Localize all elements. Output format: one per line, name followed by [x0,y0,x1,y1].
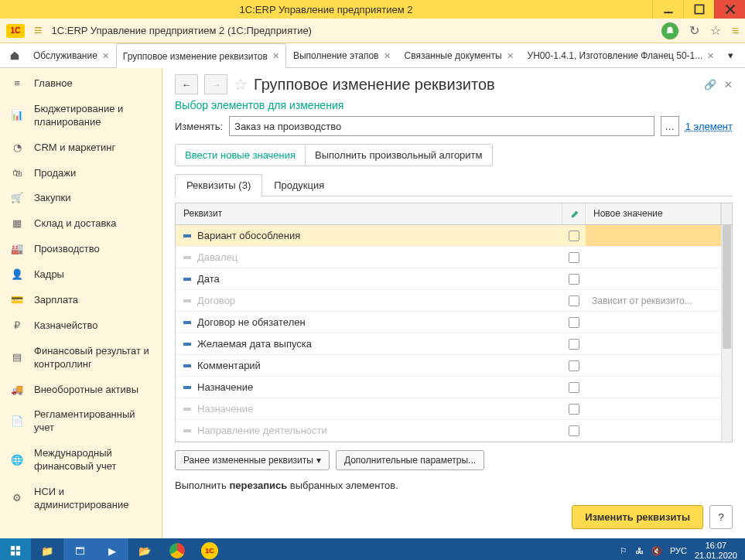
hamburger-icon[interactable]: ≡ [34,22,43,39]
filter-chooser-button[interactable]: … [661,116,679,136]
mode-algorithm-button[interactable]: Выполнить произвольный алгоритм [305,145,491,166]
col-header-edit[interactable] [562,203,586,224]
sidebar-item-11[interactable]: 🚚Внеоборотные активы [0,377,162,403]
table-row[interactable]: Назначение [176,398,721,420]
sidebar-item-13[interactable]: 🌐Международный финансовый учет [0,441,162,480]
sidebar-item-14[interactable]: ⚙НСИ и администрирование [0,480,162,518]
sidebar-item-10[interactable]: ▤Финансовый результат и контроллинг [0,339,162,377]
row-value[interactable] [586,225,721,246]
sidebar-item-9[interactable]: ₽Казначейство [0,313,162,339]
sidebar-item-5[interactable]: ▦Склад и доставка [0,211,162,237]
close-page-icon[interactable]: ✕ [724,79,733,90]
tray-flag-icon[interactable]: ⚐ [620,546,627,556]
tab-3[interactable]: Связанные документы✕ [398,43,521,67]
maximize-button[interactable] [683,0,714,19]
row-checkbox[interactable] [569,404,579,415]
tray-clock[interactable]: 16:07 21.01.2020 [695,541,737,560]
sidebar-item-8[interactable]: 💳Зарплата [0,288,162,313]
sidebar-item-label: Внеоборотные активы [34,384,138,397]
close-button[interactable] [714,0,745,19]
pie-icon: ◔ [11,142,23,154]
row-checkbox[interactable] [569,339,579,350]
sub-tab-requisites[interactable]: Реквизиты (3) [175,174,262,196]
sub-tab-products[interactable]: Продукция [262,174,336,196]
row-bullet-icon [183,429,191,432]
row-checkbox[interactable] [569,360,579,371]
cart-icon: 🛒 [11,193,23,205]
minimize-button[interactable] [652,0,683,19]
table-row[interactable]: Комментарий [176,355,721,377]
task-1c-icon[interactable]: 1C [193,538,226,560]
recent-changes-button[interactable]: Ранее измененные реквизиты▾ [175,450,330,470]
tab-2[interactable]: Выполнение этапов✕ [286,43,398,67]
tab-close-icon[interactable]: ✕ [102,51,109,61]
sidebar-item-7[interactable]: 👤Кадры [0,262,162,288]
tray-sound-icon[interactable]: 🔇 [651,546,662,556]
tray-lang[interactable]: РУС [670,546,687,555]
tab-close-icon[interactable]: ✕ [272,51,279,61]
start-button[interactable] [0,538,31,560]
task-explorer-icon[interactable]: 📁 [31,538,63,560]
sidebar-item-6[interactable]: 🏭Производство [0,237,162,262]
task-folder-icon[interactable]: 📂 [128,538,161,560]
additional-params-button[interactable]: Дополнительные параметры... [336,450,484,470]
notification-bell-icon[interactable] [661,22,678,39]
star-icon[interactable]: ☆ [710,23,721,38]
task-chrome-icon[interactable] [161,538,193,560]
link-icon[interactable]: 🔗 [704,79,716,90]
row-value[interactable]: Зависит от реквизито... [586,295,721,306]
tab-label: Выполнение этапов [293,50,379,61]
nav-back-button[interactable]: ← [175,74,198,94]
sidebar-item-label: Закупки [34,192,70,205]
filter-input[interactable]: Заказ на производство [229,116,654,136]
table-row[interactable]: Направление деятельности [176,420,721,442]
sidebar-item-1[interactable]: 📊Бюджетирование и планирование [0,97,162,135]
tray-network-icon[interactable]: 🖧 [635,546,644,555]
apply-changes-button[interactable]: Изменить реквизиты [572,505,703,529]
sidebar-item-2[interactable]: ◔CRM и маркетинг [0,135,162,161]
row-checkbox[interactable] [569,382,579,393]
menu-icon: ≡ [11,77,23,90]
row-checkbox[interactable] [569,317,579,328]
table-row[interactable]: Договор Зависит от реквизито... [176,290,721,312]
task-server-icon[interactable]: 🗔 [63,538,96,560]
table-row[interactable]: Давалец [176,247,721,268]
sidebar-item-0[interactable]: ≡Главное [0,71,162,97]
favorite-star-icon[interactable]: ☆ [234,75,248,94]
home-button[interactable] [3,43,26,67]
grid-scrollbar[interactable] [721,225,732,442]
person-icon: 👤 [11,269,23,282]
table-row[interactable]: Вариант обособления [176,225,721,247]
col-header-value[interactable]: Новое значение [586,203,721,224]
tab-close-icon[interactable]: ✕ [507,51,514,61]
row-checkbox[interactable] [569,295,579,306]
col-header-name[interactable]: Реквизит [176,203,562,224]
sidebar-item-4[interactable]: 🛒Закупки [0,186,162,211]
menu-more-icon[interactable]: ≡ [732,24,739,38]
sidebar-item-12[interactable]: 📄Регламентированный учет [0,402,162,441]
table-row[interactable]: Желаемая дата выпуска [176,333,721,355]
nav-forward-button[interactable]: → [204,74,227,94]
row-bullet-icon [183,321,191,324]
mode-enter-values-button[interactable]: Ввести новые значения [176,145,305,166]
help-button[interactable]: ? [709,505,733,529]
tab-close-icon[interactable]: ✕ [707,51,714,61]
task-powershell-icon[interactable]: ▶ [96,538,128,560]
row-checkbox[interactable] [569,425,579,436]
tab-0[interactable]: Обслуживание✕ [26,43,116,67]
table-row[interactable]: Договор не обязателен [176,312,721,333]
table-row[interactable]: Назначение [176,377,721,398]
element-count-link[interactable]: 1 элемент [685,121,733,132]
row-checkbox[interactable] [569,252,579,263]
mode-button-group: Ввести новые значения Выполнить произвол… [175,144,493,166]
row-checkbox[interactable] [569,274,579,285]
tab-4[interactable]: УН00-1.4.1, Изготовление Фланец 50-1...✕ [521,43,722,67]
sidebar-item-3[interactable]: 🛍Продажи [0,161,162,186]
tab-close-icon[interactable]: ✕ [384,51,391,61]
tab-overflow-button[interactable]: ▾ [721,43,740,67]
row-label: Направление деятельности [197,425,327,436]
history-icon[interactable]: ↻ [689,23,699,38]
table-row[interactable]: Дата [176,268,721,290]
tab-1[interactable]: Групповое изменение реквизитов✕ [116,43,286,68]
row-checkbox[interactable] [569,230,579,241]
